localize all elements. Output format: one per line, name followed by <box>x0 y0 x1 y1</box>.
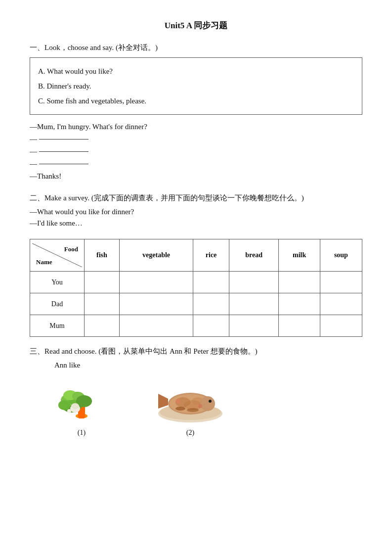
svg-point-12 <box>58 400 70 410</box>
table-row-you: You <box>30 272 362 293</box>
page-title: Unit5 A 同步习题 <box>30 20 362 31</box>
image-2-container: (2) <box>153 381 227 437</box>
cell-you-bread[interactable] <box>229 272 279 293</box>
col-header-soup: soup <box>320 239 362 272</box>
row-label-you: You <box>30 272 85 293</box>
svg-point-26 <box>175 407 185 411</box>
cell-mum-vegetable[interactable] <box>119 315 193 337</box>
option-c: C. Some fish and vegetables, please. <box>38 93 354 108</box>
cell-dad-fish[interactable] <box>85 293 120 315</box>
cell-mum-fish[interactable] <box>85 315 120 337</box>
col-header-milk: milk <box>279 239 320 272</box>
section2-header: 二、Make a survey. (完成下面的调查表，并用下面的句型谈论一下你晚… <box>30 191 362 205</box>
svg-marker-25 <box>158 394 168 409</box>
cell-mum-milk[interactable] <box>279 315 320 337</box>
cell-you-soup[interactable] <box>320 272 362 293</box>
svg-point-29 <box>198 404 202 408</box>
table-row-dad: Dad <box>30 293 362 315</box>
section2-prompt1: —What would you like for dinner? <box>30 208 362 216</box>
fish-dish-image <box>153 381 227 426</box>
col-header-rice: rice <box>193 239 229 272</box>
caption-2: (2) <box>186 429 194 437</box>
vegetables-image <box>49 376 114 426</box>
svg-point-14 <box>71 403 79 409</box>
cell-you-fish[interactable] <box>85 272 120 293</box>
cell-you-vegetable[interactable] <box>119 272 193 293</box>
cell-mum-rice[interactable] <box>193 315 229 337</box>
table-row-mum: Mum <box>30 315 362 337</box>
section1-header: 一、Look，choose and say. (补全对话。) <box>30 43 362 52</box>
section2-prompt2: —I'd like some… <box>30 219 362 228</box>
cell-dad-rice[interactable] <box>193 293 229 315</box>
blank-line-2: — <box>30 147 362 156</box>
cell-you-rice[interactable] <box>193 272 229 293</box>
svg-point-23 <box>200 396 215 411</box>
survey-table: Food Name fish vegetable rice bread milk… <box>30 239 362 337</box>
row-label-dad: Dad <box>30 293 85 315</box>
col-header-fish: fish <box>85 239 120 272</box>
col-header-bread: bread <box>229 239 279 272</box>
cell-dad-bread[interactable] <box>229 293 279 315</box>
col-header-food: Food <box>64 245 78 253</box>
col-header-name: Name <box>36 258 52 266</box>
caption-1: (1) <box>78 429 86 437</box>
ann-line: Ann like <box>54 361 362 370</box>
blank-line-3: — <box>30 160 362 168</box>
dialogue-line-1: —Mum, I'm hungry. What's for dinner? <box>30 123 362 131</box>
section3-header: 三、Read and choose. (看图，从菜单中勾出 Ann 和 Pete… <box>30 347 362 356</box>
option-b: B. Dinner's ready. <box>38 79 354 93</box>
cell-dad-soup[interactable] <box>320 293 362 315</box>
row-label-mum: Mum <box>30 315 85 337</box>
cell-dad-vegetable[interactable] <box>119 293 193 315</box>
thanks-line: —Thanks! <box>30 172 362 181</box>
svg-point-15 <box>67 409 71 413</box>
cell-mum-bread[interactable] <box>229 315 279 337</box>
table-header-food-name: Food Name <box>30 239 85 272</box>
cell-you-milk[interactable] <box>279 272 320 293</box>
images-row: (1) <box>49 376 362 437</box>
option-box: A. What would you like? B. Dinner's read… <box>30 57 362 115</box>
option-a: A. What would you like? <box>38 64 354 79</box>
cell-mum-soup[interactable] <box>320 315 362 337</box>
svg-point-27 <box>187 408 199 412</box>
blank-line-1: — <box>30 135 362 143</box>
image-1-container: (1) <box>49 376 114 437</box>
svg-point-24 <box>209 400 212 403</box>
col-header-vegetable: vegetable <box>119 239 193 272</box>
svg-point-28 <box>175 399 180 404</box>
cell-dad-milk[interactable] <box>279 293 320 315</box>
